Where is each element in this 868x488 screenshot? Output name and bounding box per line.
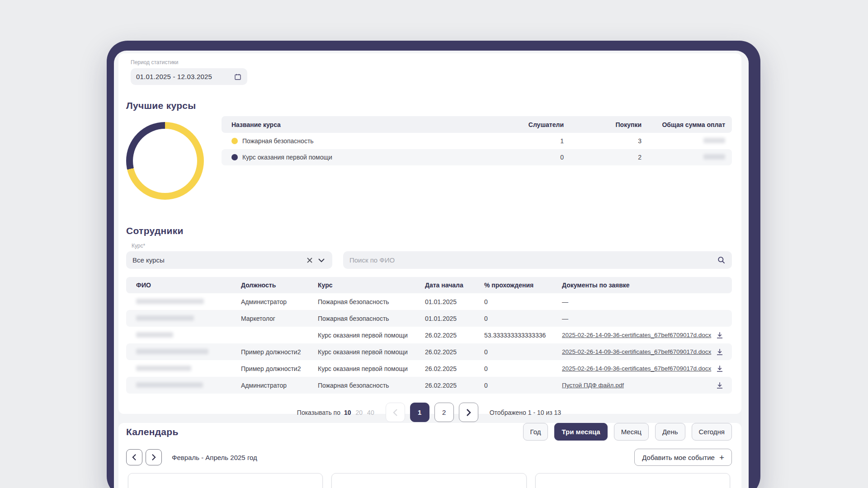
calendar-icon[interactable] [234, 73, 241, 80]
plus-icon: + [719, 453, 724, 462]
start-date-value: 26.02.2025 [425, 382, 484, 389]
page-button-1[interactable]: 1 [410, 403, 429, 422]
page-size-label: Показывать по [297, 409, 340, 416]
period-range-input[interactable]: 01.01.2025 - 12.03.2025 [131, 68, 247, 85]
month-card[interactable] [535, 473, 730, 488]
download-icon[interactable] [714, 363, 726, 375]
col-progress: % прохождения [484, 282, 562, 289]
add-event-button[interactable]: Добавить мое событие + [634, 449, 732, 466]
course-value: Курс оказания первой помощи [318, 348, 425, 356]
page-size-20[interactable]: 20 [356, 409, 363, 416]
page-size-10[interactable]: 10 [344, 409, 351, 416]
start-date-value: 01.01.2025 [425, 298, 484, 305]
search-box [343, 251, 732, 269]
period-range-value: 01.01.2025 - 12.03.2025 [136, 73, 234, 80]
courses-donut-box [126, 116, 222, 214]
download-icon[interactable] [714, 329, 726, 341]
course-value: Пожарная безопасность [318, 382, 425, 389]
document-link[interactable]: Пустой ПДФ файл.pdf [562, 382, 714, 389]
course-value: Пожарная безопасность [318, 315, 425, 322]
redacted-name [136, 348, 241, 356]
start-date-value: 26.02.2025 [425, 348, 484, 356]
course-name: Курс оказания первой помощи [242, 154, 332, 161]
col-documents: Документы по заявке [562, 282, 714, 289]
document-link[interactable]: 2025-02-26-14-09-36-certificates_67bef67… [562, 332, 714, 338]
page-button-2[interactable]: 2 [434, 403, 454, 422]
courses-table-header: Название курса Слушатели Покупки Общая с… [222, 116, 732, 133]
document-link[interactable]: 2025-02-26-14-09-36-certificates_67bef67… [562, 348, 714, 355]
calendar-view-switch: Год Три месяца Месяц День Сегодня [523, 423, 732, 441]
col-course: Курс [318, 282, 425, 289]
table-row[interactable]: Пожарная безопасность 1 3 [222, 133, 732, 149]
col-course-name: Название курса [231, 121, 487, 128]
clear-icon[interactable] [302, 257, 317, 263]
download-icon[interactable] [714, 380, 726, 391]
col-listeners: Слушатели [487, 121, 564, 128]
document-value: — [562, 298, 714, 305]
statistics-panel: Период статистики 01.01.2025 - 12.03.202… [118, 53, 741, 414]
redacted-total [642, 154, 725, 161]
view-three-months-button[interactable]: Три месяца [554, 423, 607, 441]
course-select-value: Все курсы [132, 256, 302, 264]
start-date-value: 26.02.2025 [425, 365, 484, 372]
calendar-next-button[interactable] [146, 449, 162, 465]
course-name: Пожарная безопасность [242, 137, 314, 145]
table-row[interactable]: Администратор Пожарная безопасность 26.0… [126, 377, 732, 394]
calendar-month-cards [126, 473, 732, 488]
redacted-total [642, 137, 725, 145]
listeners-value: 0 [487, 154, 564, 161]
employees-table-header: ФИО Должность Курс Дата начала % прохожд… [126, 277, 732, 293]
calendar-prev-button[interactable] [126, 449, 142, 465]
redacted-name [136, 332, 241, 339]
progress-value: 0 [484, 315, 562, 322]
prev-page-button[interactable] [386, 403, 405, 422]
search-input[interactable] [349, 256, 717, 264]
download-icon[interactable] [714, 346, 726, 358]
redacted-name [136, 298, 241, 305]
progress-value: 0 [484, 298, 562, 305]
position-value: Пример должности2 [241, 348, 318, 356]
table-row[interactable]: Администратор Пожарная безопасность 01.0… [126, 293, 732, 310]
app-frame: Период статистики 01.01.2025 - 12.03.202… [107, 41, 760, 488]
view-month-button[interactable]: Месяц [614, 423, 649, 441]
document-link[interactable]: 2025-02-26-14-09-36-certificates_67bef67… [562, 365, 714, 372]
col-position: Должность [241, 282, 318, 289]
table-row[interactable]: Маркетолог Пожарная безопасность 01.01.2… [126, 310, 732, 327]
employees-table: ФИО Должность Курс Дата начала % прохожд… [126, 277, 732, 394]
redacted-name [136, 382, 241, 389]
view-day-button[interactable]: День [655, 423, 685, 441]
view-year-button[interactable]: Год [523, 423, 548, 441]
course-value: Курс оказания первой помощи [318, 332, 425, 339]
add-event-label: Добавить мое событие [642, 454, 715, 461]
courses-table: Название курса Слушатели Покупки Общая с… [222, 116, 732, 214]
month-card[interactable] [128, 473, 323, 488]
table-row[interactable]: Пример должности2 Курс оказания первой п… [126, 360, 732, 377]
table-row[interactable]: Курс оказания первой помощи 26.02.2025 5… [126, 327, 732, 343]
progress-value: 0 [484, 365, 562, 372]
position-value: Администратор [241, 298, 318, 305]
employees-title: Сотрудники [126, 225, 732, 236]
page-size-40[interactable]: 40 [367, 409, 374, 416]
col-total: Общая сумма оплат [642, 121, 725, 128]
courses-donut-chart [126, 122, 204, 200]
course-select[interactable]: Все курсы [126, 251, 332, 269]
position-value: Администратор [241, 382, 318, 389]
progress-value: 53.333333333333336 [484, 332, 562, 339]
search-icon[interactable] [717, 256, 726, 264]
next-page-button[interactable] [459, 403, 478, 422]
listeners-value: 1 [487, 137, 564, 145]
col-fio: ФИО [136, 282, 241, 289]
view-today-button[interactable]: Сегодня [692, 423, 732, 441]
course-value: Пожарная безопасность [318, 298, 425, 305]
redacted-name [136, 365, 241, 372]
month-card[interactable] [331, 473, 526, 488]
table-row[interactable]: Пример должности2 Курс оказания первой п… [126, 343, 732, 360]
table-row[interactable]: Курс оказания первой помощи 0 2 [222, 149, 732, 165]
chevron-down-icon[interactable] [317, 258, 326, 263]
start-date-value: 01.01.2025 [425, 315, 484, 322]
purchases-value: 3 [564, 137, 642, 145]
pagination: Показывать по 10 20 40 1 2 [126, 403, 732, 422]
course-filter-label: Курс* [132, 243, 732, 249]
col-start-date: Дата начала [425, 282, 484, 289]
course-value: Курс оказания первой помощи [318, 365, 425, 372]
